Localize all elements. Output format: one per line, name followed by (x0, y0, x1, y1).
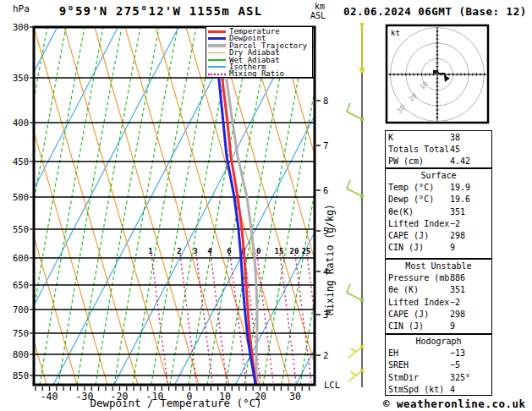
panel-row-label: PW (cm) (388, 156, 450, 167)
temp-tick-label: 30 (289, 391, 301, 403)
panel-row: StmSpd (kt)4 (386, 384, 491, 396)
wet-adiabat-line (244, 27, 308, 385)
panel-row-value: 4.42 (450, 156, 489, 167)
hodograph-box-header: Hodograph (386, 336, 491, 348)
most-unstable-box: Most Unstable Pressure (mb)886θe (K)351L… (385, 259, 492, 334)
km-tick-label: 2 (323, 350, 328, 360)
panel-row: Pressure (mb)886 (386, 272, 491, 284)
pressure-tick-label: 800 (13, 349, 29, 359)
altitude-unit-asl-label: ASL (310, 11, 326, 20)
panel-row: Dewp (°C)19.6 (386, 194, 491, 206)
panel-row-value: 4 (450, 384, 489, 396)
pressure-tick-label: 550 (13, 224, 29, 234)
wind-barb-column (347, 23, 365, 387)
panel-row-label: Totals Totals (388, 144, 450, 156)
panel-row-label: CIN (J) (388, 321, 450, 332)
legend: TemperatureDewpointParcel TrajectoryDry … (206, 26, 313, 78)
panel-row: Lifted Index−2 (386, 218, 491, 230)
datetime-label: 02.06.2024 06GMT (Base: 12) (343, 5, 527, 18)
barb-staff (347, 284, 362, 300)
legend-swatch-temperature (208, 30, 226, 33)
barb-staff (347, 180, 362, 196)
panel-row-label: Pressure (mb) (388, 272, 450, 284)
temperature-line (218, 27, 256, 385)
panel-row-value: −5 (450, 359, 489, 371)
wind-barb (359, 23, 365, 74)
dry-adiabat-line (0, 27, 77, 385)
pressure-tick-label: 600 (13, 253, 29, 263)
legend-swatch-mixing-ratio (208, 74, 226, 75)
panel-row-label: Lifted Index (388, 297, 450, 309)
mixing-ratio-axis-title: Mixing Ratio (g/kg) (324, 204, 336, 315)
panel-row-label: CAPE (J) (388, 309, 450, 321)
mixing-ratio-value-label: 3 (193, 247, 197, 255)
barb-dot (360, 23, 364, 26)
lcl-label: LCL (324, 380, 340, 390)
panel-row: CIN (J)9 (386, 321, 491, 332)
legend-item: Mixing Ratio (208, 70, 312, 77)
panel-row-value: 298 (450, 309, 489, 321)
panel-row: Totals Totals45 (386, 144, 491, 156)
km-tick-label: 8 (323, 96, 328, 106)
pressure-tick-label: 650 (13, 280, 29, 290)
hodograph-unit-label: kt (391, 29, 400, 37)
panel-row: CAPE (J)298 (386, 309, 491, 321)
pressure-tick-label: 500 (13, 192, 29, 202)
chart-title: 9°59'N 275°12'W 1155m ASL (34, 4, 288, 18)
legend-swatch-parcel-trajectory (208, 44, 226, 47)
panel-row-label: θe (K) (388, 284, 450, 296)
panel-row: θe (K)351 (386, 284, 491, 296)
pressure-tick-label: 850 (13, 370, 29, 381)
wet-adiabat-line (21, 27, 85, 385)
mixing-ratio-line (211, 255, 227, 382)
pressure-gridlines (34, 78, 315, 375)
x-axis-title: Dewpoint / Temperature (°C) (90, 397, 261, 409)
panel-row-label: K (388, 132, 450, 144)
dry-adiabat-line (125, 27, 229, 385)
surface-box-header: Surface (386, 170, 491, 182)
wet-adiabat-line (96, 27, 159, 385)
wet-adiabat-line (77, 27, 140, 385)
panel-row-value: −2 (450, 218, 489, 230)
mixing-ratio-value-label: 6 (227, 247, 231, 255)
panel-row: CIN (J)9 (386, 242, 491, 254)
panel-row-label: StmDir (388, 372, 450, 384)
panel-row-label: Temp (°C) (388, 182, 450, 194)
panel-row-value: 351 (450, 206, 489, 218)
mixing-ratio-line (151, 255, 167, 382)
panel-row-value: 298 (450, 230, 489, 242)
wind-barb (347, 180, 364, 198)
panel-row-label: CIN (J) (388, 242, 450, 254)
sounding-curves (215, 27, 257, 385)
pressure-tick-label: 400 (13, 118, 29, 128)
panel-row: Temp (°C)19.9 (386, 182, 491, 194)
pressure-tick-label: 700 (13, 304, 29, 315)
dry-adiabat-line (64, 27, 168, 385)
panel-row-value: 886 (450, 272, 489, 284)
mixing-ratio-value-label: 25 (302, 247, 311, 255)
panel-row: StmDir325° (386, 372, 491, 384)
panel-row-value: 9 (450, 242, 489, 254)
altitude-unit-km-label: km (315, 2, 325, 11)
copyright-credit: © weatheronline.co.uk (383, 397, 526, 410)
mixing-ratio-value-label: 1 (148, 247, 152, 255)
panel-row-label: Dewp (°C) (388, 194, 450, 206)
legend-swatch-wet-adiabat (208, 59, 226, 61)
panel-row: PW (cm)4.42 (386, 156, 491, 167)
most-unstable-box-header: Most Unstable (386, 260, 491, 272)
wind-barb (347, 284, 364, 302)
pressure-tick-label: 300 (13, 22, 29, 32)
wind-barb (348, 345, 364, 358)
dry-adiabat-line (217, 27, 321, 385)
km-tick-label: 6 (323, 185, 328, 195)
hodograph-box-table: Hodograph EH−13SREH−5StmDir325°StmSpd (k… (385, 334, 492, 396)
panel-row: EH−13 (386, 348, 491, 359)
wind-barb (348, 369, 364, 381)
pressure-tick-label: 450 (13, 156, 29, 167)
panel-row-label: StmSpd (kt) (388, 384, 450, 396)
panel-row-value: 325° (450, 372, 489, 384)
pressure-tick-label: 750 (13, 328, 29, 338)
panel-row: CAPE (J)298 (386, 230, 491, 242)
panel-row-value: 351 (450, 284, 489, 296)
mixing-ratio-value-label: 15 (275, 247, 284, 255)
